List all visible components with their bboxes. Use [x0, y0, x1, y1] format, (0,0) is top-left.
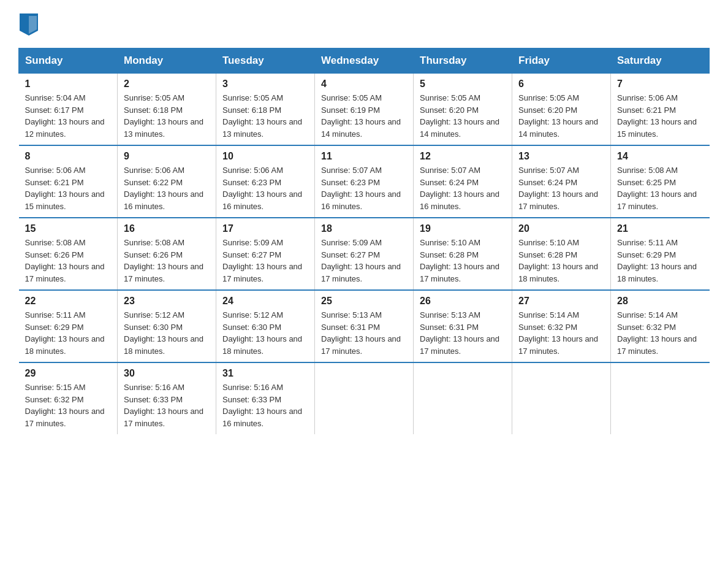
- page-header: [18, 12, 710, 36]
- day-number: 30: [124, 368, 210, 379]
- day-info: Sunrise: 5:06 AMSunset: 6:21 PMDaylight:…: [617, 93, 697, 139]
- week-row-4: 22 Sunrise: 5:11 AMSunset: 6:29 PMDaylig…: [19, 290, 710, 362]
- day-number: 16: [124, 223, 210, 234]
- week-row-1: 1 Sunrise: 5:04 AMSunset: 6:17 PMDayligh…: [19, 74, 710, 146]
- day-number: 4: [321, 79, 407, 90]
- day-cell: [611, 362, 710, 434]
- day-info: Sunrise: 5:05 AMSunset: 6:18 PMDaylight:…: [124, 93, 203, 139]
- day-number: 14: [617, 151, 703, 162]
- week-row-5: 29 Sunrise: 5:15 AMSunset: 6:32 PMDaylig…: [19, 362, 710, 434]
- day-cell: 16 Sunrise: 5:08 AMSunset: 6:26 PMDaylig…: [118, 218, 216, 290]
- day-info: Sunrise: 5:12 AMSunset: 6:30 PMDaylight:…: [222, 310, 302, 356]
- day-number: 22: [25, 296, 112, 307]
- day-cell: 26 Sunrise: 5:13 AMSunset: 6:31 PMDaylig…: [414, 290, 512, 362]
- logo: [18, 12, 38, 36]
- day-cell: 15 Sunrise: 5:08 AMSunset: 6:26 PMDaylig…: [19, 218, 118, 290]
- header-row: SundayMondayTuesdayWednesdayThursdayFrid…: [19, 48, 710, 74]
- day-cell: 22 Sunrise: 5:11 AMSunset: 6:29 PMDaylig…: [19, 290, 118, 362]
- day-number: 12: [420, 151, 506, 162]
- day-cell: 27 Sunrise: 5:14 AMSunset: 6:32 PMDaylig…: [512, 290, 611, 362]
- day-cell: 23 Sunrise: 5:12 AMSunset: 6:30 PMDaylig…: [118, 290, 216, 362]
- day-info: Sunrise: 5:09 AMSunset: 6:27 PMDaylight:…: [222, 238, 302, 283]
- header-cell-saturday: Saturday: [611, 48, 710, 74]
- day-cell: 19 Sunrise: 5:10 AMSunset: 6:28 PMDaylig…: [414, 218, 512, 290]
- header-cell-thursday: Thursday: [414, 48, 512, 74]
- day-cell: 5 Sunrise: 5:05 AMSunset: 6:20 PMDayligh…: [414, 74, 512, 146]
- day-cell: 29 Sunrise: 5:15 AMSunset: 6:32 PMDaylig…: [19, 362, 118, 434]
- day-cell: 4 Sunrise: 5:05 AMSunset: 6:19 PMDayligh…: [315, 74, 414, 146]
- day-cell: 17 Sunrise: 5:09 AMSunset: 6:27 PMDaylig…: [216, 218, 315, 290]
- day-cell: 10 Sunrise: 5:06 AMSunset: 6:23 PMDaylig…: [216, 145, 315, 218]
- header-cell-tuesday: Tuesday: [216, 48, 315, 74]
- day-info: Sunrise: 5:08 AMSunset: 6:26 PMDaylight:…: [25, 238, 105, 283]
- day-cell: [315, 362, 414, 434]
- day-cell: 25 Sunrise: 5:13 AMSunset: 6:31 PMDaylig…: [315, 290, 414, 362]
- day-cell: 28 Sunrise: 5:14 AMSunset: 6:32 PMDaylig…: [611, 290, 710, 362]
- day-number: 17: [222, 223, 308, 234]
- day-info: Sunrise: 5:12 AMSunset: 6:30 PMDaylight:…: [124, 310, 203, 356]
- day-number: 9: [124, 151, 210, 162]
- day-info: Sunrise: 5:09 AMSunset: 6:27 PMDaylight:…: [321, 238, 401, 283]
- logo-text: [18, 12, 38, 36]
- day-info: Sunrise: 5:10 AMSunset: 6:28 PMDaylight:…: [420, 238, 499, 283]
- day-info: Sunrise: 5:07 AMSunset: 6:24 PMDaylight:…: [420, 166, 499, 211]
- day-cell: 14 Sunrise: 5:08 AMSunset: 6:25 PMDaylig…: [611, 145, 710, 218]
- day-number: 3: [222, 79, 308, 90]
- header-cell-friday: Friday: [512, 48, 611, 74]
- day-info: Sunrise: 5:06 AMSunset: 6:21 PMDaylight:…: [25, 166, 105, 211]
- day-cell: 21 Sunrise: 5:11 AMSunset: 6:29 PMDaylig…: [611, 218, 710, 290]
- day-info: Sunrise: 5:07 AMSunset: 6:24 PMDaylight:…: [518, 166, 598, 211]
- day-cell: 30 Sunrise: 5:16 AMSunset: 6:33 PMDaylig…: [118, 362, 216, 434]
- day-number: 11: [321, 151, 407, 162]
- header-cell-monday: Monday: [118, 48, 216, 74]
- day-cell: 31 Sunrise: 5:16 AMSunset: 6:33 PMDaylig…: [216, 362, 315, 434]
- day-number: 27: [518, 296, 604, 307]
- header-cell-wednesday: Wednesday: [315, 48, 414, 74]
- day-number: 21: [617, 223, 703, 234]
- day-number: 7: [617, 79, 703, 90]
- day-info: Sunrise: 5:05 AMSunset: 6:20 PMDaylight:…: [420, 93, 499, 139]
- day-number: 18: [321, 223, 407, 234]
- day-info: Sunrise: 5:04 AMSunset: 6:17 PMDaylight:…: [25, 93, 105, 139]
- day-number: 28: [617, 296, 703, 307]
- day-info: Sunrise: 5:16 AMSunset: 6:33 PMDaylight:…: [222, 383, 302, 428]
- day-info: Sunrise: 5:08 AMSunset: 6:26 PMDaylight:…: [124, 238, 203, 283]
- day-number: 5: [420, 79, 506, 90]
- week-row-3: 15 Sunrise: 5:08 AMSunset: 6:26 PMDaylig…: [19, 218, 710, 290]
- day-cell: 12 Sunrise: 5:07 AMSunset: 6:24 PMDaylig…: [414, 145, 512, 218]
- day-number: 24: [222, 296, 308, 307]
- day-number: 19: [420, 223, 506, 234]
- day-number: 31: [222, 368, 308, 379]
- day-cell: 7 Sunrise: 5:06 AMSunset: 6:21 PMDayligh…: [611, 74, 710, 146]
- calendar-body: 1 Sunrise: 5:04 AMSunset: 6:17 PMDayligh…: [19, 74, 710, 435]
- day-number: 20: [518, 223, 604, 234]
- day-number: 10: [222, 151, 308, 162]
- day-number: 8: [25, 151, 112, 162]
- day-cell: 24 Sunrise: 5:12 AMSunset: 6:30 PMDaylig…: [216, 290, 315, 362]
- day-cell: 9 Sunrise: 5:06 AMSunset: 6:22 PMDayligh…: [118, 145, 216, 218]
- header-cell-sunday: Sunday: [19, 48, 118, 74]
- week-row-2: 8 Sunrise: 5:06 AMSunset: 6:21 PMDayligh…: [19, 145, 710, 218]
- day-info: Sunrise: 5:16 AMSunset: 6:33 PMDaylight:…: [124, 383, 203, 428]
- day-number: 25: [321, 296, 407, 307]
- day-cell: 8 Sunrise: 5:06 AMSunset: 6:21 PMDayligh…: [19, 145, 118, 218]
- calendar-table: SundayMondayTuesdayWednesdayThursdayFrid…: [18, 48, 710, 434]
- day-info: Sunrise: 5:15 AMSunset: 6:32 PMDaylight:…: [25, 383, 105, 428]
- day-info: Sunrise: 5:05 AMSunset: 6:20 PMDaylight:…: [518, 93, 598, 139]
- day-cell: [414, 362, 512, 434]
- day-number: 29: [25, 368, 112, 379]
- day-info: Sunrise: 5:11 AMSunset: 6:29 PMDaylight:…: [617, 238, 697, 283]
- day-cell: 20 Sunrise: 5:10 AMSunset: 6:28 PMDaylig…: [512, 218, 611, 290]
- day-number: 2: [124, 79, 210, 90]
- day-info: Sunrise: 5:10 AMSunset: 6:28 PMDaylight:…: [518, 238, 598, 283]
- logo-icon: [20, 13, 38, 36]
- day-info: Sunrise: 5:11 AMSunset: 6:29 PMDaylight:…: [25, 310, 105, 356]
- day-number: 26: [420, 296, 506, 307]
- day-info: Sunrise: 5:14 AMSunset: 6:32 PMDaylight:…: [617, 310, 697, 356]
- day-info: Sunrise: 5:06 AMSunset: 6:22 PMDaylight:…: [124, 166, 203, 211]
- day-cell: [512, 362, 611, 434]
- day-number: 6: [518, 79, 604, 90]
- day-info: Sunrise: 5:06 AMSunset: 6:23 PMDaylight:…: [222, 166, 302, 211]
- day-number: 23: [124, 296, 210, 307]
- day-info: Sunrise: 5:07 AMSunset: 6:23 PMDaylight:…: [321, 166, 401, 211]
